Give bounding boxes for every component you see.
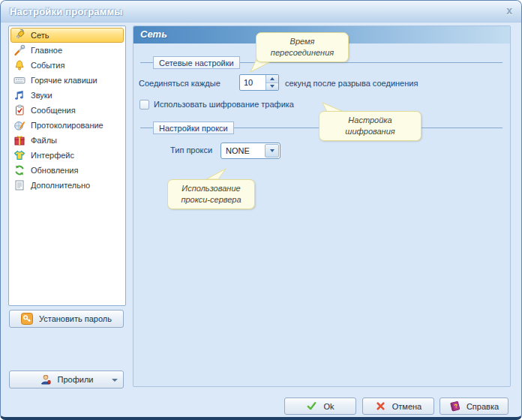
cancel-x-icon	[375, 400, 386, 412]
spinner-buttons	[266, 75, 278, 90]
encryption-checkbox-label[interactable]: Использовать шифрование трафика	[154, 100, 294, 109]
music-note-icon	[14, 89, 26, 101]
sidebar-item-label: Файлы	[31, 136, 57, 145]
sidebar-item-gift[interactable]: Файлы	[10, 133, 124, 148]
sidebar-item-label: Сеть	[31, 31, 49, 40]
sidebar-item-label: Дополнительно	[31, 181, 90, 190]
clipboard-icon	[14, 104, 26, 116]
proxy-type-label: Тип прокси	[170, 146, 212, 154]
logging-icon	[14, 119, 26, 131]
help-label: Справка	[466, 402, 499, 411]
sidebar-item-label: Звуки	[31, 91, 52, 100]
proxy-type-dropdown[interactable]: NONE	[220, 142, 280, 159]
network-icon	[14, 29, 26, 41]
sidebar-item-label: Сообщения	[31, 106, 76, 115]
person-icon	[40, 374, 52, 386]
sidebar-item-label: Горячие клавиши	[31, 76, 98, 85]
ok-button[interactable]: Ok	[284, 398, 356, 415]
chevron-down-icon	[112, 379, 118, 382]
profiles-button[interactable]: Профили	[9, 370, 124, 388]
proxy-group-title: Настройки прокси	[153, 122, 234, 134]
encryption-checkbox[interactable]	[140, 100, 149, 110]
sidebar-item-logging[interactable]: Протоколирование	[10, 118, 124, 133]
sidebar-item-clipboard[interactable]: Сообщения	[10, 103, 124, 118]
profiles-label: Профили	[58, 375, 94, 384]
help-book-icon: ?	[449, 400, 460, 412]
keyboard-icon	[14, 74, 26, 86]
window-title: Настройки программы	[10, 6, 123, 17]
callout-proxy-usage: Использование прокси-сервера	[167, 179, 255, 209]
set-password-label: Установить пароль	[39, 314, 112, 323]
tools-icon	[14, 44, 26, 56]
network-group-title: Сетевые настройки	[153, 56, 240, 69]
sidebar-item-label: Протоколирование	[31, 121, 104, 130]
proxy-type-value: NONE	[221, 143, 264, 158]
set-password-button[interactable]: Установить пароль	[9, 310, 124, 328]
callout-encryption: Настройка шифрования	[319, 111, 422, 141]
help-button[interactable]: ? Справка	[440, 398, 508, 415]
cancel-button[interactable]: Отмена	[362, 398, 434, 415]
callout-reconnect-time: Время пересоединения	[256, 32, 349, 62]
sidebar-item-tools[interactable]: Главное	[10, 43, 124, 58]
gift-icon	[14, 134, 26, 146]
document-icon	[14, 179, 26, 191]
refresh-icon	[14, 164, 26, 176]
dropdown-arrow-icon[interactable]	[265, 144, 279, 158]
reconnect-seconds-spinner[interactable]: 10	[239, 74, 279, 91]
sidebar-item-document[interactable]: Дополнительно	[10, 178, 124, 193]
close-icon[interactable]: x	[506, 4, 512, 16]
reconnect-label-before: Соединяться каждые	[139, 79, 220, 88]
sidebar-item-label: Обновления	[31, 166, 78, 175]
title-bar[interactable]: Настройки программы x	[1, 1, 521, 22]
cancel-label: Отмена	[392, 402, 422, 411]
sidebar-item-refresh[interactable]: Обновления	[10, 163, 124, 178]
sidebar-item-label: События	[31, 61, 64, 70]
sidebar-item-label: Интерфейс	[31, 151, 74, 160]
reconnect-seconds-value: 10	[240, 75, 266, 90]
ok-check-icon	[306, 400, 317, 412]
ok-label: Ok	[323, 402, 334, 411]
settings-dialog: Настройки программы x СетьГлавноеСобытия…	[0, 0, 522, 420]
key-icon	[21, 313, 33, 325]
reconnect-label-after: секунд после разрыва соединения	[285, 79, 418, 88]
sidebar-item-music-note[interactable]: Звуки	[10, 88, 124, 103]
sidebar-item-shirt[interactable]: Интерфейс	[10, 148, 124, 163]
sidebar-item-label: Главное	[31, 46, 62, 55]
spinner-up-icon[interactable]	[266, 75, 278, 83]
shirt-icon	[14, 149, 26, 161]
sidebar-list: СетьГлавноеСобытияГорячие клавишиЗвукиСо…	[8, 26, 126, 306]
bell-icon	[14, 59, 26, 71]
page-title: Сеть	[140, 28, 167, 40]
sidebar-item-network[interactable]: Сеть	[10, 28, 124, 43]
sidebar-item-keyboard[interactable]: Горячие клавиши	[10, 73, 124, 88]
settings-window: Настройки программы x СетьГлавноеСобытия…	[0, 0, 522, 420]
sidebar-item-bell[interactable]: События	[10, 58, 124, 73]
spinner-down-icon[interactable]	[266, 83, 278, 91]
